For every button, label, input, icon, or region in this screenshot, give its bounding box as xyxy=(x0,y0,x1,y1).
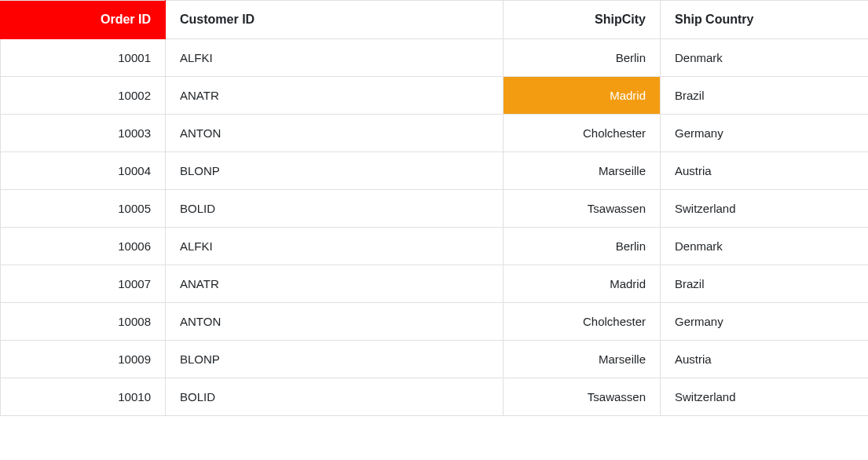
cell-orderid[interactable]: 10002 xyxy=(1,77,166,115)
cell-shipcity[interactable]: Cholchester xyxy=(504,115,661,152)
cell-orderid[interactable]: 10003 xyxy=(1,115,166,152)
col-header-shipcity[interactable]: ShipCity xyxy=(504,1,661,39)
cell-shipcity[interactable]: Madrid xyxy=(504,265,661,303)
orders-table: Order ID Customer ID ShipCity Ship Count… xyxy=(0,0,868,416)
cell-shipcountry[interactable]: Germany xyxy=(661,115,869,152)
cell-shipcountry[interactable]: Switzerland xyxy=(661,190,869,228)
cell-orderid[interactable]: 10001 xyxy=(1,39,166,77)
col-header-customerid[interactable]: Customer ID xyxy=(166,1,504,39)
cell-customerid[interactable]: BLONP xyxy=(166,152,504,190)
cell-shipcity[interactable]: Marseille xyxy=(504,341,661,378)
cell-shipcountry[interactable]: Denmark xyxy=(661,228,869,265)
cell-shipcity[interactable]: Berlin xyxy=(504,228,661,265)
col-header-orderid[interactable]: Order ID xyxy=(1,1,166,39)
cell-orderid[interactable]: 10007 xyxy=(1,265,166,303)
cell-orderid[interactable]: 10010 xyxy=(1,378,166,416)
cell-shipcountry[interactable]: Austria xyxy=(661,341,869,378)
cell-shipcountry[interactable]: Germany xyxy=(661,303,869,341)
cell-customerid[interactable]: ANATR xyxy=(166,77,504,115)
cell-customerid[interactable]: BOLID xyxy=(166,378,504,416)
cell-shipcity[interactable]: Madrid xyxy=(504,77,661,115)
cell-customerid[interactable]: BLONP xyxy=(166,341,504,378)
cell-orderid[interactable]: 10004 xyxy=(1,152,166,190)
cell-orderid[interactable]: 10008 xyxy=(1,303,166,341)
table-row[interactable]: 10006ALFKIBerlinDenmark xyxy=(1,228,869,265)
cell-shipcity[interactable]: Tsawassen xyxy=(504,190,661,228)
cell-customerid[interactable]: ALFKI xyxy=(166,39,504,77)
cell-shipcity[interactable]: Cholchester xyxy=(504,303,661,341)
table-row[interactable]: 10004BLONPMarseilleAustria xyxy=(1,152,869,190)
cell-orderid[interactable]: 10009 xyxy=(1,341,166,378)
cell-shipcity[interactable]: Berlin xyxy=(504,39,661,77)
table-row[interactable]: 10010BOLIDTsawassenSwitzerland xyxy=(1,378,869,416)
table-header-row: Order ID Customer ID ShipCity Ship Count… xyxy=(1,1,869,39)
cell-shipcity[interactable]: Marseille xyxy=(504,152,661,190)
cell-shipcountry[interactable]: Switzerland xyxy=(661,378,869,416)
table-row[interactable]: 10002ANATRMadridBrazil xyxy=(1,77,869,115)
cell-shipcountry[interactable]: Denmark xyxy=(661,39,869,77)
cell-shipcountry[interactable]: Brazil xyxy=(661,77,869,115)
data-grid[interactable]: Order ID Customer ID ShipCity Ship Count… xyxy=(0,0,868,416)
cell-orderid[interactable]: 10005 xyxy=(1,190,166,228)
cell-customerid[interactable]: ALFKI xyxy=(166,228,504,265)
cell-customerid[interactable]: BOLID xyxy=(166,190,504,228)
cell-shipcity[interactable]: Tsawassen xyxy=(504,378,661,416)
cell-shipcountry[interactable]: Austria xyxy=(661,152,869,190)
table-row[interactable]: 10008ANTONCholchesterGermany xyxy=(1,303,869,341)
col-header-shipcountry[interactable]: Ship Country xyxy=(661,1,869,39)
table-row[interactable]: 10005BOLIDTsawassenSwitzerland xyxy=(1,190,869,228)
cell-orderid[interactable]: 10006 xyxy=(1,228,166,265)
table-row[interactable]: 10003ANTONCholchesterGermany xyxy=(1,115,869,152)
table-row[interactable]: 10007ANATRMadridBrazil xyxy=(1,265,869,303)
cell-shipcountry[interactable]: Brazil xyxy=(661,265,869,303)
cell-customerid[interactable]: ANATR xyxy=(166,265,504,303)
cell-customerid[interactable]: ANTON xyxy=(166,115,504,152)
table-row[interactable]: 10001ALFKIBerlinDenmark xyxy=(1,39,869,77)
table-row[interactable]: 10009BLONPMarseilleAustria xyxy=(1,341,869,378)
cell-customerid[interactable]: ANTON xyxy=(166,303,504,341)
